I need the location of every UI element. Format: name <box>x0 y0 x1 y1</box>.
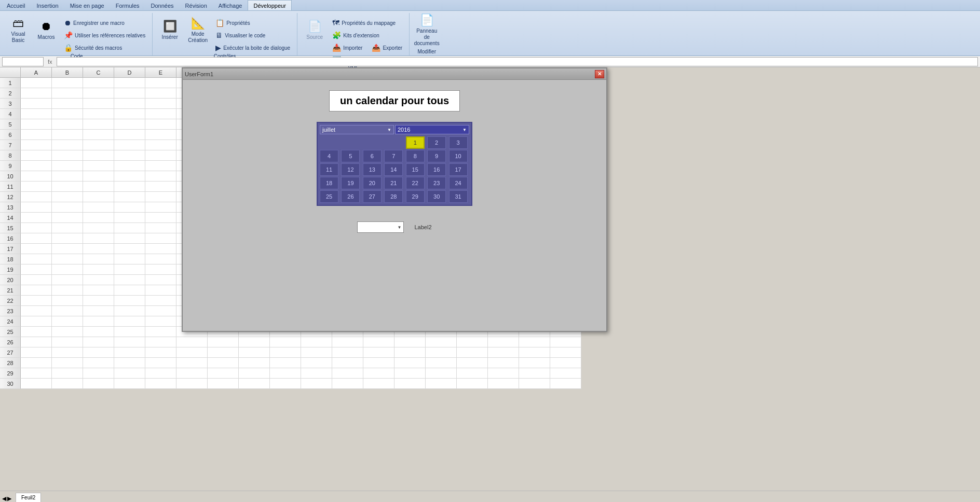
cell-B21[interactable] <box>52 285 83 296</box>
cell-B11[interactable] <box>52 182 83 192</box>
cell-O27[interactable] <box>457 347 488 358</box>
cell-B7[interactable] <box>52 140 83 150</box>
cal-day-27[interactable]: 27 <box>363 190 382 203</box>
cell-E7[interactable] <box>145 140 176 150</box>
cell-L29[interactable] <box>363 368 394 379</box>
cell-I28[interactable] <box>270 358 301 368</box>
cell-F29[interactable] <box>176 368 208 379</box>
row-header-16[interactable]: 16 <box>0 233 21 244</box>
row-header-3[interactable]: 3 <box>0 99 21 109</box>
cell-P30[interactable] <box>488 379 519 389</box>
cell-F30[interactable] <box>176 379 208 389</box>
visualiser-code-button[interactable]: 🖥 Visualiser le code <box>213 30 293 41</box>
cell-E17[interactable] <box>145 244 176 254</box>
cell-D29[interactable] <box>114 368 145 379</box>
row-header-4[interactable]: 4 <box>0 109 21 119</box>
cell-O28[interactable] <box>457 358 488 368</box>
cell-C30[interactable] <box>83 379 114 389</box>
cell-G28[interactable] <box>208 358 239 368</box>
securite-macros-button[interactable]: 🔒 Sécurité des macros <box>61 42 148 53</box>
executer-boite-button[interactable]: ▶ Exécuter la boite de dialogue <box>213 42 293 53</box>
cell-A2[interactable] <box>21 88 52 99</box>
cell-D18[interactable] <box>114 254 145 264</box>
cell-D14[interactable] <box>114 213 145 223</box>
cell-A22[interactable] <box>21 296 52 306</box>
cal-day-23[interactable]: 23 <box>427 177 446 189</box>
cell-Q27[interactable] <box>519 347 550 358</box>
cal-day-12[interactable]: 12 <box>341 163 360 176</box>
cell-N30[interactable] <box>426 379 457 389</box>
cell-L27[interactable] <box>363 347 394 358</box>
row-header-19[interactable]: 19 <box>0 264 21 275</box>
cell-C13[interactable] <box>83 202 114 213</box>
cal-day-31[interactable]: 31 <box>449 190 468 203</box>
cell-B30[interactable] <box>52 379 83 389</box>
cell-C10[interactable] <box>83 171 114 182</box>
cell-E4[interactable] <box>145 109 176 119</box>
row-header-27[interactable]: 27 <box>0 347 21 358</box>
cell-D10[interactable] <box>114 171 145 182</box>
cell-O30[interactable] <box>457 379 488 389</box>
row-header-13[interactable]: 13 <box>0 202 21 213</box>
cell-C3[interactable] <box>83 99 114 109</box>
cell-E16[interactable] <box>145 233 176 244</box>
cell-A15[interactable] <box>21 223 52 233</box>
tab-donnees[interactable]: Données <box>145 0 180 10</box>
cell-D5[interactable] <box>114 119 145 130</box>
cell-J27[interactable] <box>301 347 332 358</box>
cell-D13[interactable] <box>114 202 145 213</box>
cell-E19[interactable] <box>145 264 176 275</box>
cell-K27[interactable] <box>332 347 363 358</box>
cell-Q29[interactable] <box>519 368 550 379</box>
cell-A16[interactable] <box>21 233 52 244</box>
cell-B24[interactable] <box>52 316 83 327</box>
cell-B19[interactable] <box>52 264 83 275</box>
cell-E25[interactable] <box>145 327 176 337</box>
cell-E15[interactable] <box>145 223 176 233</box>
cell-J29[interactable] <box>301 368 332 379</box>
cell-R30[interactable] <box>550 379 581 389</box>
cell-G29[interactable] <box>208 368 239 379</box>
cell-G30[interactable] <box>208 379 239 389</box>
cell-F26[interactable] <box>176 337 208 347</box>
cell-B25[interactable] <box>52 327 83 337</box>
importer-button[interactable]: 📥 Importer <box>330 42 365 53</box>
cal-day-24[interactable]: 24 <box>449 177 468 189</box>
visual-basic-button[interactable]: 🗃 VisualBasic <box>5 15 31 45</box>
formula-input[interactable] <box>57 57 978 66</box>
cell-E28[interactable] <box>145 358 176 368</box>
cell-F28[interactable] <box>176 358 208 368</box>
cell-B26[interactable] <box>52 337 83 347</box>
cell-K28[interactable] <box>332 358 363 368</box>
cell-E1[interactable] <box>145 78 176 88</box>
row-header-17[interactable]: 17 <box>0 244 21 254</box>
cell-H27[interactable] <box>239 347 270 358</box>
cell-D20[interactable] <box>114 275 145 285</box>
cell-E11[interactable] <box>145 182 176 192</box>
cell-A13[interactable] <box>21 202 52 213</box>
cell-B20[interactable] <box>52 275 83 285</box>
cal-day-6[interactable]: 6 <box>363 150 382 162</box>
cell-B16[interactable] <box>52 233 83 244</box>
cell-C2[interactable] <box>83 88 114 99</box>
row-header-28[interactable]: 28 <box>0 358 21 368</box>
cell-A9[interactable] <box>21 161 52 171</box>
cell-N29[interactable] <box>426 368 457 379</box>
row-header-11[interactable]: 11 <box>0 182 21 192</box>
cell-E21[interactable] <box>145 285 176 296</box>
cal-day-1[interactable]: 1 <box>406 136 425 149</box>
cell-E23[interactable] <box>145 306 176 316</box>
cell-M30[interactable] <box>394 379 426 389</box>
tab-formules[interactable]: Formules <box>110 0 145 10</box>
cell-C28[interactable] <box>83 358 114 368</box>
cal-day-22[interactable]: 22 <box>406 177 425 189</box>
cell-P26[interactable] <box>488 337 519 347</box>
cell-Q28[interactable] <box>519 358 550 368</box>
cell-E9[interactable] <box>145 161 176 171</box>
cell-D11[interactable] <box>114 182 145 192</box>
cell-H30[interactable] <box>239 379 270 389</box>
tab-insertion[interactable]: Insertion <box>31 0 64 10</box>
cell-B9[interactable] <box>52 161 83 171</box>
cell-J30[interactable] <box>301 379 332 389</box>
cell-A29[interactable] <box>21 368 52 379</box>
